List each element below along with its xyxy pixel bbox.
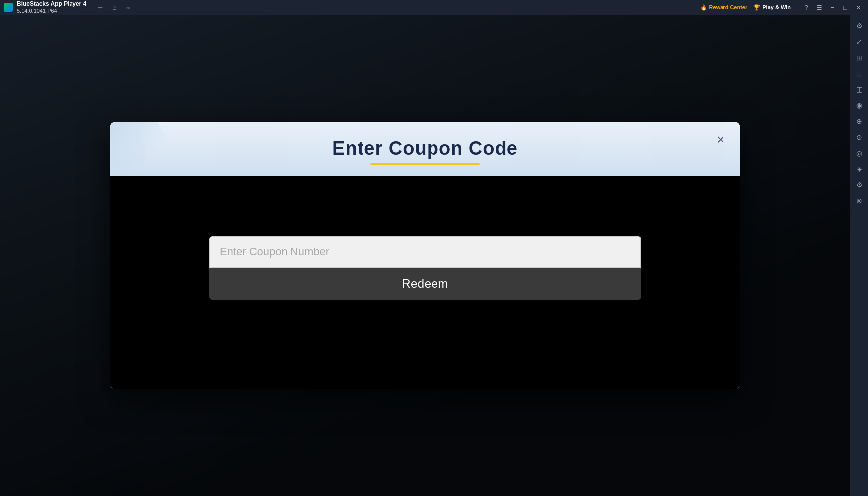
- title-underline: [370, 163, 480, 165]
- titlebar-left: BlueStacks App Player 4 5.14.0.1041 P64 …: [4, 0, 134, 14]
- sidebar-settings-icon[interactable]: ⚙: [852, 19, 866, 33]
- app-title: BlueStacks App Player 4 5.14.0.1041 P64: [17, 0, 86, 14]
- modal-body: Redeem: [110, 176, 740, 389]
- sidebar-user-icon[interactable]: ◎: [852, 146, 866, 160]
- right-sidebar: ⚙ ⤢ ⊞ ▦ ◫ ◉ ⊕ ⊙ ◎ ◈ ⚙ ⊗: [850, 15, 868, 496]
- play-win-icon: 🏆: [753, 4, 760, 11]
- sidebar-settings2-icon[interactable]: ⚙: [852, 178, 866, 192]
- play-win-button[interactable]: 🏆 Play & Win: [753, 4, 791, 11]
- titlebar-nav: ← ⌂ ⎓: [94, 1, 134, 13]
- modal-close-button[interactable]: ×: [711, 130, 730, 150]
- sidebar-chart-icon[interactable]: ▦: [852, 67, 866, 81]
- reward-center-label: Reward Center: [709, 4, 748, 10]
- maximize-button[interactable]: □: [839, 1, 851, 13]
- app-name: BlueStacks App Player 4: [17, 0, 86, 7]
- menu-button[interactable]: ☰: [813, 1, 825, 13]
- play-win-label: Play & Win: [762, 4, 791, 10]
- main-content: Enter Coupon Code × Redeem: [0, 15, 850, 496]
- home-button[interactable]: ⌂: [108, 1, 120, 13]
- close-button[interactable]: ✕: [852, 1, 864, 13]
- sidebar-gamepad-icon[interactable]: ◈: [852, 162, 866, 176]
- reward-center-button[interactable]: 🔥 Reward Center: [700, 4, 748, 11]
- sidebar-layers-icon[interactable]: ◫: [852, 83, 866, 96]
- window-controls: ? ☰ − □ ✕: [800, 1, 864, 13]
- sidebar-folder-icon[interactable]: ⊕: [852, 114, 866, 128]
- redeem-button[interactable]: Redeem: [209, 268, 641, 300]
- history-button[interactable]: ⎓: [122, 1, 134, 13]
- titlebar-right: 🔥 Reward Center 🏆 Play & Win ? ☰ − □ ✕: [700, 1, 864, 13]
- sidebar-expand-icon[interactable]: ⤢: [852, 35, 866, 49]
- modal-header: Enter Coupon Code ×: [110, 122, 740, 176]
- sidebar-help-icon[interactable]: ⊗: [852, 194, 866, 208]
- help-button[interactable]: ?: [800, 1, 812, 13]
- coupon-number-input[interactable]: [209, 236, 641, 268]
- minimize-button[interactable]: −: [826, 1, 838, 13]
- sidebar-camera-icon[interactable]: ◉: [852, 98, 866, 112]
- titlebar: BlueStacks App Player 4 5.14.0.1041 P64 …: [0, 0, 868, 15]
- coupon-dialog: Enter Coupon Code × Redeem: [110, 122, 740, 389]
- back-button[interactable]: ←: [94, 1, 106, 13]
- flame-icon: 🔥: [700, 4, 707, 11]
- sidebar-search-icon[interactable]: ⊙: [852, 130, 866, 144]
- app-icon: [4, 3, 13, 12]
- app-version: 5.14.0.1041 P64: [17, 8, 86, 14]
- modal-title: Enter Coupon Code: [332, 138, 518, 159]
- modal-overlay: Enter Coupon Code × Redeem: [0, 15, 850, 496]
- sidebar-grid-icon[interactable]: ⊞: [852, 51, 866, 65]
